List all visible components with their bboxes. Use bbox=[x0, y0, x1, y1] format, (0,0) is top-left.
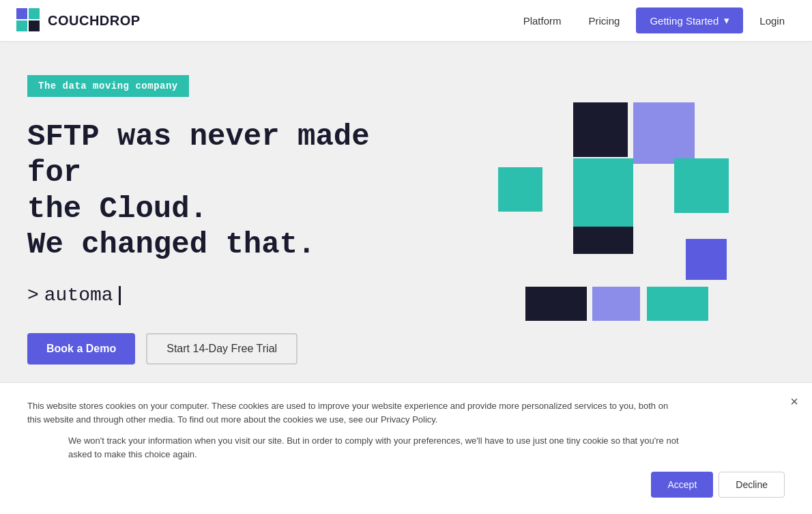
cookie-actions: Accept Decline bbox=[27, 472, 785, 498]
svg-rect-2 bbox=[16, 20, 27, 31]
svg-rect-12 bbox=[592, 287, 640, 321]
hero-section: The data moving company SFTP was never m… bbox=[0, 41, 812, 392]
nav-pricing[interactable]: Pricing bbox=[578, 10, 631, 32]
nav-platform[interactable]: Platform bbox=[512, 10, 572, 32]
nav-login[interactable]: Login bbox=[749, 10, 796, 32]
svg-rect-1 bbox=[29, 8, 40, 19]
svg-rect-11 bbox=[525, 287, 587, 321]
nav-getting-started-button[interactable]: Getting Started ▾ bbox=[636, 8, 743, 33]
svg-rect-3 bbox=[29, 20, 40, 31]
chevron-down-icon: ▾ bbox=[724, 14, 729, 27]
cookie-banner: × This website stores cookies on your co… bbox=[0, 382, 812, 514]
hero-headline: SFTP was never made for the Cloud. We ch… bbox=[27, 119, 382, 263]
svg-rect-13 bbox=[647, 287, 708, 321]
free-trial-button[interactable]: Start 14-Day Free Trial bbox=[146, 333, 298, 365]
terminal-text: automa bbox=[44, 285, 113, 306]
cookie-decline-button[interactable]: Decline bbox=[719, 472, 785, 498]
svg-rect-0 bbox=[16, 8, 27, 19]
cookie-close-button[interactable]: × bbox=[790, 394, 798, 410]
book-demo-button[interactable]: Book a Demo bbox=[27, 333, 135, 365]
navbar: COUCHDROP Platform Pricing Getting Start… bbox=[0, 0, 812, 41]
cookie-accept-button[interactable]: Accept bbox=[651, 472, 713, 498]
terminal-prompt: > bbox=[27, 285, 39, 306]
cookie-body-text: This website stores cookies on your comp… bbox=[27, 399, 682, 426]
svg-rect-10 bbox=[686, 239, 727, 280]
terminal-cursor bbox=[119, 286, 121, 305]
svg-rect-9 bbox=[573, 227, 633, 254]
cookie-preference-text: We won't track your information when you… bbox=[27, 434, 682, 461]
svg-rect-8 bbox=[674, 158, 729, 213]
headline-line3: We changed that. bbox=[27, 227, 382, 263]
svg-rect-4 bbox=[573, 102, 628, 157]
headline-line2: the Cloud. bbox=[27, 191, 382, 227]
hero-badge: The data moving company bbox=[27, 75, 189, 97]
svg-rect-6 bbox=[498, 167, 542, 212]
headline-line1: SFTP was never made for bbox=[27, 119, 382, 191]
geometric-decoration bbox=[430, 96, 771, 369]
svg-rect-7 bbox=[573, 158, 633, 227]
couchdrop-logo-icon bbox=[16, 8, 41, 33]
svg-rect-5 bbox=[633, 102, 695, 164]
nav-links: Platform Pricing Getting Started ▾ Login bbox=[512, 8, 796, 33]
logo-text: COUCHDROP bbox=[48, 13, 141, 29]
logo[interactable]: COUCHDROP bbox=[16, 8, 141, 33]
